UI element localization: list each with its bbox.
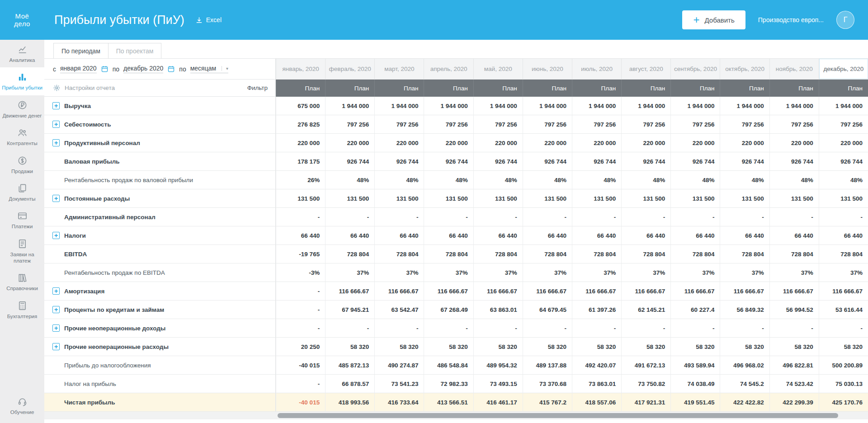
value-cell: 116 666.67 bbox=[374, 282, 424, 301]
month-header-8[interactable]: сентябрь, 2020 bbox=[670, 59, 720, 80]
plan-cell: План bbox=[424, 80, 473, 97]
month-header-0[interactable]: январь, 2020 bbox=[276, 59, 325, 80]
month-header-1[interactable]: февраль, 2020 bbox=[325, 59, 374, 80]
sidebar-item-money-flow[interactable]: Движение денег bbox=[0, 95, 44, 123]
expand-plus-icon[interactable]: + bbox=[52, 287, 60, 295]
row-label-cell: +Проценты по кредитам и займам bbox=[44, 301, 276, 319]
value-cell: 489 954.32 bbox=[473, 356, 523, 375]
value-cell: 728 804 bbox=[769, 245, 819, 263]
row-label: EBITDA bbox=[64, 251, 87, 258]
expand-plus-icon[interactable]: + bbox=[52, 121, 60, 128]
from-date-select[interactable]: января 2020 bbox=[60, 65, 97, 73]
value-cell: 797 256 bbox=[424, 115, 473, 134]
expand-plus-icon[interactable]: + bbox=[52, 343, 60, 350]
company-name[interactable]: Производство европ... bbox=[758, 16, 824, 24]
sidebar-item-contractors[interactable]: Контрагенты bbox=[0, 123, 44, 150]
value-cell: 58 320 bbox=[473, 338, 523, 356]
row-label-cell: +Налоги bbox=[44, 226, 276, 245]
month-header-3[interactable]: апрель, 2020 bbox=[424, 59, 473, 80]
topbar-right: + Добавить Производство европ... Г bbox=[682, 10, 868, 29]
calendar-icon[interactable] bbox=[167, 65, 175, 73]
value-cell: 422 299.39 bbox=[769, 393, 819, 412]
sidebar-item-profit-loss[interactable]: Прибыли убытки bbox=[0, 67, 44, 95]
sales-icon bbox=[17, 155, 28, 166]
value-cell: 797 256 bbox=[720, 115, 769, 134]
value-cell: 72 982.33 bbox=[424, 375, 473, 393]
month-header-5[interactable]: июнь, 2020 bbox=[523, 59, 572, 80]
value-cell: 48% bbox=[621, 171, 670, 189]
accounting-icon bbox=[17, 301, 28, 311]
row-label-cell: Чистая прибыль bbox=[44, 393, 276, 412]
value-cell: 1 944 000 bbox=[523, 97, 572, 115]
row-label-cell: +Себестоимость bbox=[44, 115, 276, 134]
value-cell: 116 666.67 bbox=[670, 282, 720, 301]
excel-export-link[interactable]: Excel bbox=[195, 16, 222, 24]
row-label: Налоги bbox=[64, 232, 86, 239]
directories-icon bbox=[17, 273, 28, 283]
sidebar-item-directories[interactable]: Справочники bbox=[0, 268, 44, 296]
analytics-icon bbox=[17, 44, 28, 55]
value-cell: 131 500 bbox=[769, 189, 819, 208]
sidebar-item-education[interactable]: Обучение bbox=[0, 392, 44, 419]
month-header-6[interactable]: июль, 2020 bbox=[572, 59, 621, 80]
filter-link[interactable]: Фильтр bbox=[247, 85, 268, 91]
value-cell: 48% bbox=[819, 171, 868, 189]
value-cell: 116 666.67 bbox=[572, 282, 621, 301]
sidebar-item-sales[interactable]: Продажи bbox=[0, 151, 44, 179]
expand-plus-icon[interactable]: + bbox=[52, 324, 60, 332]
sidebar-item-accounting[interactable]: Бухгалтерия bbox=[0, 296, 44, 324]
to-date-select[interactable]: декабрь 2020 bbox=[123, 65, 163, 73]
expand-plus-icon[interactable]: + bbox=[52, 232, 60, 239]
month-header-10[interactable]: ноябрь, 2020 bbox=[769, 59, 819, 80]
row-label: Прочие неоперационные расходы bbox=[64, 343, 169, 350]
value-cell: 926 744 bbox=[572, 152, 621, 171]
value-cell: 63 542.47 bbox=[374, 301, 424, 319]
tab-by-projects[interactable]: По проектам bbox=[108, 43, 162, 58]
avatar[interactable]: Г bbox=[836, 11, 854, 29]
month-header-11[interactable]: декабрь, 2020 bbox=[819, 59, 868, 80]
value-cell: 37% bbox=[769, 263, 819, 282]
value-cell: 728 804 bbox=[325, 245, 374, 263]
gear-icon[interactable] bbox=[53, 84, 61, 92]
month-header-4[interactable]: май, 2020 bbox=[473, 59, 523, 80]
table-row: +Постоянные расходы131 500131 500131 500… bbox=[44, 189, 868, 208]
sidebar-item-analytics[interactable]: Аналитика bbox=[0, 40, 44, 67]
period-type-select[interactable]: месяцам ▾ bbox=[190, 65, 228, 73]
horizontal-scrollbar[interactable] bbox=[44, 412, 868, 419]
value-cell: 500 200.89 bbox=[819, 356, 868, 375]
month-header-7[interactable]: август, 2020 bbox=[621, 59, 670, 80]
expand-plus-icon[interactable]: + bbox=[52, 102, 60, 109]
row-label-cell: Налог на прибыль bbox=[44, 375, 276, 393]
value-cell: 48% bbox=[720, 171, 769, 189]
add-button[interactable]: + Добавить bbox=[682, 10, 745, 29]
tab-by-periods[interactable]: По периодам bbox=[53, 43, 108, 58]
plan-cell: План bbox=[670, 80, 720, 97]
value-cell: 1 944 000 bbox=[819, 97, 868, 115]
sidebar-item-payments[interactable]: Платежи bbox=[0, 206, 44, 234]
app-logo[interactable]: Моё дело bbox=[0, 12, 44, 28]
value-cell: 496 822.81 bbox=[769, 356, 819, 375]
value-cell: 60 227.4 bbox=[670, 301, 720, 319]
value-cell: - bbox=[819, 208, 868, 226]
sidebar-item-payment-requests[interactable]: Заявки на платеж bbox=[0, 234, 44, 268]
expand-plus-icon[interactable]: + bbox=[52, 306, 60, 313]
value-cell: - bbox=[473, 319, 523, 338]
value-cell: 797 256 bbox=[769, 115, 819, 134]
month-header-9[interactable]: октябрь, 2020 bbox=[720, 59, 769, 80]
plan-cell: План bbox=[720, 80, 769, 97]
sidebar-item-documents[interactable]: Документы bbox=[0, 179, 44, 206]
value-cell: 48% bbox=[374, 171, 424, 189]
value-cell: - bbox=[276, 319, 325, 338]
value-cell: 116 666.67 bbox=[720, 282, 769, 301]
value-cell: 728 804 bbox=[621, 245, 670, 263]
expand-plus-icon[interactable]: + bbox=[52, 139, 60, 146]
expand-plus-icon[interactable]: + bbox=[52, 195, 60, 202]
calendar-icon[interactable] bbox=[101, 65, 108, 73]
month-header-2[interactable]: март, 2020 bbox=[374, 59, 424, 80]
value-cell: 1 944 000 bbox=[670, 97, 720, 115]
plan-cell: План bbox=[473, 80, 523, 97]
horizontal-scrollbar-thumb[interactable] bbox=[278, 413, 838, 418]
report-settings-link[interactable]: Настройки отчета bbox=[65, 85, 115, 91]
value-cell: 131 500 bbox=[276, 189, 325, 208]
table-row: +Проценты по кредитам и займам-67 945.21… bbox=[44, 301, 868, 319]
